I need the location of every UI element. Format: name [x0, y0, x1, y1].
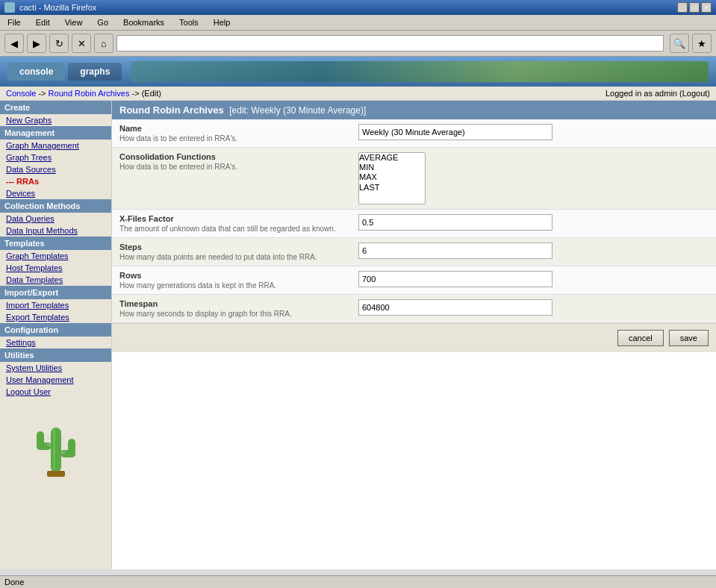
sidebar-item-system-utilities[interactable]: System Utilities	[0, 362, 111, 374]
graphs-tab[interactable]: graphs	[68, 63, 122, 81]
option-last[interactable]: LAST	[359, 183, 425, 193]
rows-desc: How many generations data is kept in the…	[119, 281, 343, 290]
consolidation-select-container: AVERAGE MIN MAX LAST	[358, 152, 709, 204]
breadcrumb: Console -> Round Robin Archives -> (Edit…	[0, 87, 716, 101]
sidebar-item-logout-user[interactable]: Logout User	[0, 386, 111, 398]
minimize-button[interactable]: _	[677, 2, 688, 13]
sidebar-item-data-input-methods[interactable]: Data Input Methods	[0, 225, 111, 237]
sidebar-header-utilities: Utilities	[0, 348, 111, 362]
sidebar-item-new-graphs[interactable]: New Graphs	[0, 114, 111, 126]
page-title: Round Robin Archives	[119, 104, 224, 116]
bookmark-icon[interactable]: ★	[692, 34, 712, 53]
sidebar-item-user-management[interactable]: User Management	[0, 374, 111, 386]
sidebar-header-create: Create	[0, 101, 111, 114]
option-min[interactable]: MIN	[359, 163, 425, 172]
menu-view[interactable]: View	[60, 16, 87, 28]
rows-label: Rows	[119, 271, 343, 280]
svg-line-11	[61, 444, 65, 446]
sidebar-header-collection: Collection Methods	[0, 199, 111, 213]
page-title-bar: Round Robin Archives [edit: Weekly (30 M…	[112, 101, 716, 119]
stop-button[interactable]: ✕	[72, 34, 91, 53]
close-button[interactable]: ✕	[701, 2, 712, 13]
xfiles-label: X-Files Factor	[119, 214, 343, 223]
search-icon[interactable]: 🔍	[670, 34, 689, 53]
cactus-logo	[0, 398, 111, 496]
home-button[interactable]: ⌂	[94, 34, 113, 53]
consolidation-label: Consolidation Functions	[119, 152, 343, 161]
field-label-consolidation: Consolidation Functions How data is to b…	[112, 148, 351, 210]
sidebar-item-data-templates[interactable]: Data Templates	[0, 274, 111, 286]
sidebar-item-graph-templates[interactable]: Graph Templates	[0, 250, 111, 262]
svg-rect-5	[47, 471, 65, 477]
menu-bookmarks[interactable]: Bookmarks	[119, 16, 169, 28]
breadcrumb-rra[interactable]: Round Robin Archives	[49, 89, 130, 98]
svg-line-9	[47, 451, 51, 454]
menu-go[interactable]: Go	[93, 16, 113, 28]
back-button[interactable]: ◀	[4, 34, 24, 53]
field-row-name: Name How data is to be entered in RRA's.	[112, 119, 716, 148]
main-layout: Create New Graphs Management Graph Manag…	[0, 101, 716, 569]
menu-help[interactable]: Help	[209, 16, 235, 28]
field-label-rows: Rows How many generations data is kept i…	[112, 266, 351, 295]
cancel-button[interactable]: cancel	[617, 330, 664, 346]
steps-input[interactable]	[358, 243, 552, 259]
app-header: console graphs	[0, 57, 716, 87]
svg-rect-0	[51, 428, 61, 472]
sidebar-item-import-templates[interactable]: Import Templates	[0, 299, 111, 311]
window-title: cacti - Mozilla Firefox	[19, 3, 96, 12]
reload-button[interactable]: ↻	[49, 34, 69, 53]
svg-rect-4	[68, 439, 75, 457]
name-desc: How data is to be entered in RRA's.	[119, 134, 343, 143]
content-area: Round Robin Archives [edit: Weekly (30 M…	[112, 101, 716, 569]
xfiles-input[interactable]	[358, 214, 552, 231]
rows-input[interactable]	[358, 271, 552, 287]
sidebar-item-graph-management[interactable]: Graph Management	[0, 140, 111, 151]
consolidation-select[interactable]: AVERAGE MIN MAX LAST	[358, 152, 426, 204]
name-input[interactable]	[358, 124, 552, 140]
field-input-consolidation-cell: AVERAGE MIN MAX LAST	[351, 148, 716, 210]
edit-form: Name How data is to be entered in RRA's.…	[112, 119, 716, 323]
window-controls[interactable]: _ □ ✕	[677, 2, 712, 13]
sidebar-item-settings[interactable]: Settings	[0, 337, 111, 348]
sidebar-item-graph-trees[interactable]: Graph Trees	[0, 151, 111, 163]
address-bar[interactable]	[116, 35, 664, 51]
menu-bar: File Edit View Go Bookmarks Tools Help	[0, 15, 716, 31]
form-buttons: cancel save	[112, 323, 716, 352]
menu-tools[interactable]: Tools	[175, 16, 203, 28]
sidebar-item-devices[interactable]: Devices	[0, 187, 111, 199]
menu-edit[interactable]: Edit	[31, 16, 55, 28]
console-tab[interactable]: console	[7, 63, 65, 81]
firefox-icon	[4, 2, 15, 13]
option-max[interactable]: MAX	[359, 172, 425, 182]
menu-file[interactable]: File	[3, 16, 25, 28]
field-row-steps: Steps How many data points are needed to…	[112, 238, 716, 266]
field-input-name-cell	[351, 119, 716, 148]
field-label-name: Name How data is to be entered in RRA's.	[112, 119, 351, 148]
breadcrumb-arrow2: ->	[131, 89, 139, 98]
sidebar-item-data-sources[interactable]: Data Sources	[0, 163, 111, 175]
save-button[interactable]: save	[669, 330, 709, 346]
option-average[interactable]: AVERAGE	[359, 153, 425, 163]
field-row-rows: Rows How many generations data is kept i…	[112, 266, 716, 295]
sidebar-item-export-templates[interactable]: Export Templates	[0, 311, 111, 323]
sidebar-header-management: Management	[0, 126, 111, 140]
title-bar: cacti - Mozilla Firefox _ □ ✕	[0, 0, 716, 15]
sidebar-item-rras[interactable]: --- RRAs	[0, 175, 111, 187]
timespan-input[interactable]	[358, 299, 552, 316]
timespan-label: Timespan	[119, 299, 343, 308]
field-input-steps-cell	[351, 238, 716, 266]
svg-rect-6	[53, 429, 55, 470]
breadcrumb-arrow1: ->	[38, 89, 46, 98]
field-label-timespan: Timespan How many seconds to display in …	[112, 295, 351, 323]
sidebar-item-host-templates[interactable]: Host Templates	[0, 262, 111, 274]
maximize-button[interactable]: □	[689, 2, 700, 13]
login-info: Logged in as admin (Logout)	[606, 89, 710, 98]
cactus-image	[26, 405, 86, 487]
sidebar-header-import-export: Import/Export	[0, 286, 111, 299]
xfiles-desc: The amount of unknown data that can stil…	[119, 225, 343, 233]
breadcrumb-console[interactable]: Console	[6, 89, 36, 98]
sidebar-item-data-queries[interactable]: Data Queries	[0, 213, 111, 225]
field-input-timespan-cell	[351, 295, 716, 323]
field-row-timespan: Timespan How many seconds to display in …	[112, 295, 716, 323]
forward-button[interactable]: ▶	[27, 34, 46, 53]
